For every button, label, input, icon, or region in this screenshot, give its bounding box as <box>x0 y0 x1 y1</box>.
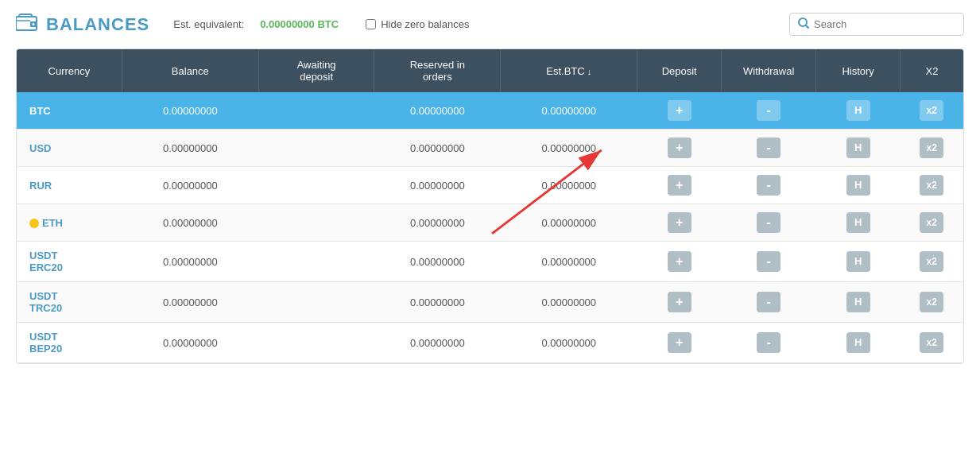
cell-reserved: 0.00000000 <box>374 282 501 323</box>
cell-x2: x2 <box>901 167 963 204</box>
cell-reserved: 0.00000000 <box>374 242 501 282</box>
history-button[interactable]: H <box>846 212 870 233</box>
withdrawal-button[interactable]: - <box>757 332 781 353</box>
history-button[interactable]: H <box>846 138 870 158</box>
table-row: ETH0.000000000.000000000.00000000+-Hx2 <box>17 204 963 242</box>
history-button[interactable]: H <box>846 100 870 121</box>
cell-deposit: + <box>637 167 722 204</box>
hide-zero-checkbox[interactable] <box>366 19 376 29</box>
cell-awaiting <box>258 204 374 242</box>
cell-reserved: 0.00000000 <box>374 130 501 167</box>
withdrawal-button[interactable]: - <box>757 100 781 121</box>
balances-table: Currency Balance Awaitingdeposit Reserve… <box>17 49 963 363</box>
deposit-button[interactable]: + <box>668 175 691 196</box>
cell-awaiting <box>258 282 374 323</box>
cell-estbtc: 0.00000000 <box>501 92 637 130</box>
withdrawal-button[interactable]: - <box>757 292 781 312</box>
cell-deposit: + <box>637 92 722 130</box>
cell-history: H <box>816 204 901 242</box>
withdrawal-button[interactable]: - <box>757 138 781 158</box>
cell-reserved: 0.00000000 <box>374 92 501 130</box>
history-button[interactable]: H <box>846 332 870 353</box>
cell-deposit: + <box>637 204 722 242</box>
cell-awaiting <box>258 323 374 363</box>
cell-x2: x2 <box>901 323 963 363</box>
balances-table-wrapper: Currency Balance Awaitingdeposit Reserve… <box>16 48 964 364</box>
x2-button[interactable]: x2 <box>920 292 943 312</box>
table-row: RUR0.000000000.000000000.00000000+-Hx2 <box>17 167 963 204</box>
history-button[interactable]: H <box>846 175 870 196</box>
col-header-awaiting: Awaitingdeposit <box>258 49 374 92</box>
search-input[interactable] <box>814 18 955 30</box>
cell-deposit: + <box>637 130 722 167</box>
cell-x2: x2 <box>901 204 963 242</box>
cell-history: H <box>816 92 901 130</box>
history-button[interactable]: H <box>846 292 870 312</box>
cell-estbtc: 0.00000000 <box>501 204 637 242</box>
cell-balance: 0.00000000 <box>122 204 258 242</box>
cell-deposit: + <box>637 282 722 323</box>
cell-withdrawal: - <box>722 130 816 167</box>
cell-history: H <box>816 242 901 282</box>
withdrawal-button[interactable]: - <box>757 251 781 272</box>
x2-button[interactable]: x2 <box>920 212 943 233</box>
cell-history: H <box>816 323 901 363</box>
x2-button[interactable]: x2 <box>920 100 943 121</box>
cell-estbtc: 0.00000000 <box>501 242 637 282</box>
status-dot <box>29 219 39 228</box>
deposit-button[interactable]: + <box>668 212 691 233</box>
cell-withdrawal: - <box>722 282 816 323</box>
cell-balance: 0.00000000 <box>122 130 258 167</box>
col-header-withdrawal: Withdrawal <box>722 49 816 92</box>
deposit-button[interactable]: + <box>668 100 691 121</box>
cell-withdrawal: - <box>722 167 816 204</box>
cell-balance: 0.00000000 <box>122 167 258 204</box>
search-icon <box>798 17 809 31</box>
cell-history: H <box>816 130 901 167</box>
hide-zero-label: Hide zero balances <box>381 18 469 30</box>
withdrawal-button[interactable]: - <box>757 175 781 196</box>
col-header-deposit: Deposit <box>637 49 722 92</box>
cell-deposit: + <box>637 242 722 282</box>
cell-balance: 0.00000000 <box>122 282 258 323</box>
est-value: 0.00000000 BTC <box>260 18 339 30</box>
cell-estbtc: 0.00000000 <box>501 282 637 323</box>
x2-button[interactable]: x2 <box>920 251 943 272</box>
deposit-button[interactable]: + <box>668 292 691 312</box>
cell-withdrawal: - <box>722 242 816 282</box>
cell-estbtc: 0.00000000 <box>501 323 637 363</box>
cell-withdrawal: - <box>722 92 816 130</box>
x2-button[interactable]: x2 <box>920 138 943 158</box>
table-row: USDTBEP200.000000000.000000000.00000000+… <box>17 323 963 363</box>
cell-currency: USD <box>17 130 122 167</box>
deposit-button[interactable]: + <box>668 251 691 272</box>
cell-currency: USDTBEP20 <box>17 323 122 363</box>
cell-x2: x2 <box>901 130 963 167</box>
cell-currency: USDTERC20 <box>17 242 122 282</box>
col-header-balance: Balance <box>122 49 258 92</box>
cell-awaiting <box>258 92 374 130</box>
cell-awaiting <box>258 167 374 204</box>
cell-x2: x2 <box>901 92 963 130</box>
history-button[interactable]: H <box>846 251 870 272</box>
x2-button[interactable]: x2 <box>920 175 943 196</box>
col-header-history: History <box>816 49 901 92</box>
svg-point-2 <box>33 23 35 25</box>
cell-balance: 0.00000000 <box>122 323 258 363</box>
page-title: BALANCES <box>46 14 149 35</box>
cell-balance: 0.00000000 <box>122 92 258 130</box>
cell-estbtc: 0.00000000 <box>501 167 637 204</box>
cell-x2: x2 <box>901 242 963 282</box>
deposit-button[interactable]: + <box>668 332 691 353</box>
col-header-estbtc[interactable]: Est.BTC <box>501 49 637 92</box>
cell-withdrawal: - <box>722 323 816 363</box>
wallet-icon <box>16 14 38 36</box>
cell-x2: x2 <box>901 282 963 323</box>
cell-withdrawal: - <box>722 204 816 242</box>
x2-button[interactable]: x2 <box>920 332 943 353</box>
withdrawal-button[interactable]: - <box>757 212 781 233</box>
cell-currency: ETH <box>17 204 122 242</box>
col-header-currency: Currency <box>17 49 122 92</box>
col-header-x2: X2 <box>901 49 963 92</box>
deposit-button[interactable]: + <box>668 138 691 158</box>
